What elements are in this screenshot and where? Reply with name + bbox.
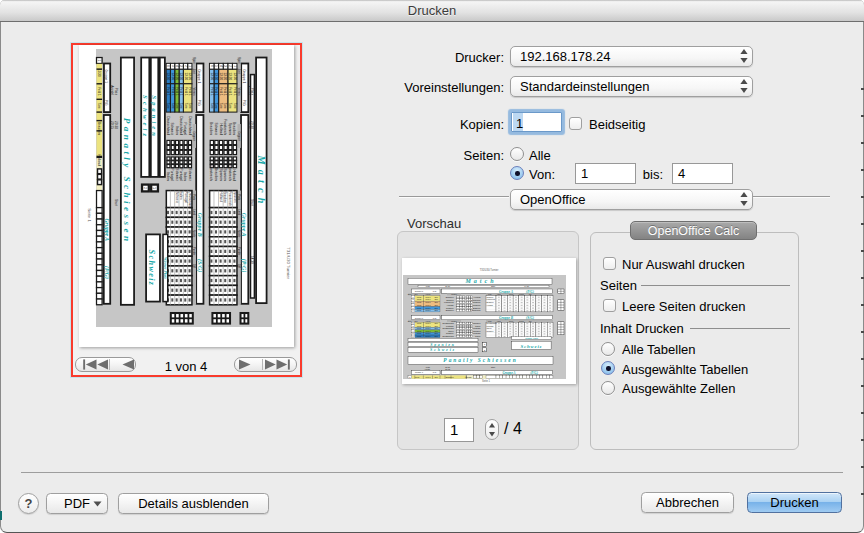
svg-text:Holland: Holland — [487, 304, 493, 306]
svg-text:Deutschland: Deutschland — [166, 116, 170, 135]
svg-text:Holland: Holland — [219, 124, 223, 136]
svg-text:Tore: Tore — [223, 103, 227, 109]
svg-text:Feld 1: Feld 1 — [184, 87, 188, 96]
svg-text:Feld 1: Feld 1 — [425, 301, 430, 303]
svg-text:Tore: Tore — [434, 296, 438, 298]
svg-text:Portugal: Portugal — [183, 123, 187, 136]
svg-text:Feld 1: Feld 1 — [228, 87, 232, 96]
svg-text:Frankreich: Frankreich — [444, 301, 453, 303]
svg-text:Holland: Holland — [447, 304, 454, 306]
svg-text:Spanien: Spanien — [446, 299, 453, 301]
svg-text:5: 5 — [214, 65, 218, 67]
svg-text:14:30: 14:30 — [250, 256, 254, 264]
svg-text:Schweiz: Schweiz — [430, 347, 456, 352]
svg-text:Spanien: Spanien — [487, 296, 494, 298]
svg-text:Holland: Holland — [97, 154, 101, 166]
svg-text:Schweiz: Schweiz — [188, 168, 192, 181]
svg-text:Brasilien: Brasilien — [487, 301, 494, 303]
svg-text:Punkte: Punkte — [519, 293, 524, 295]
svg-text:Tore: Tore — [171, 103, 175, 109]
svg-text:Holland: Holland — [219, 192, 223, 203]
svg-text:Gruppe 1: Gruppe 1 — [415, 317, 424, 319]
svg-text:Gegner: Gegner — [451, 293, 457, 295]
svg-text:13:30: 13:30 — [214, 73, 218, 81]
svg-text:Spanien: Spanien — [473, 301, 480, 303]
svg-text:Brasilien: Brasilien — [223, 192, 227, 204]
svg-text:Tore: Tore — [434, 307, 438, 309]
svg-text:Brasilien: Brasilien — [446, 309, 454, 311]
svg-text:13:30: 13:30 — [97, 69, 101, 77]
svg-text:Brasilien: Brasilien — [232, 122, 236, 135]
svg-text:Start: Start — [114, 199, 118, 206]
svg-text:Italien: Italien — [183, 172, 187, 181]
svg-text:Gegner: Gegner — [237, 131, 241, 141]
svg-text:P/G: P/G — [433, 290, 437, 292]
svg-text:Spanien: Spanien — [151, 96, 158, 139]
svg-text:Feld 1: Feld 1 — [188, 87, 192, 96]
svg-text:Tore: Tore — [175, 103, 179, 109]
svg-text:Feld 1: Feld 1 — [171, 87, 175, 96]
svg-text:Brasilien: Brasilien — [446, 376, 454, 378]
svg-text:13:30: 13:30 — [219, 73, 223, 81]
svg-text:Gegner: Gegner — [192, 131, 196, 141]
svg-text:Spanien: Spanien — [228, 123, 232, 136]
svg-text:(P/G): (P/G) — [526, 290, 534, 294]
svg-text:13:30: 13:30 — [171, 73, 175, 81]
svg-text:Match: Match — [464, 278, 496, 284]
svg-text:Gruppe A: Gruppe A — [104, 219, 110, 242]
svg-text:T31/U30 Turnier: T31/U30 Turnier — [286, 247, 291, 279]
svg-text:Feld 1: Feld 1 — [214, 87, 218, 96]
svg-text:Deutschland: Deutschland — [442, 335, 453, 337]
svg-text:Gruppe 1: Gruppe 1 — [104, 70, 108, 84]
svg-text:13:30: 13:30 — [417, 309, 422, 311]
svg-text:Tore: Tore — [233, 103, 237, 109]
svg-text:Frankreich: Frankreich — [228, 165, 232, 181]
svg-text:Schweiz: Schweiz — [214, 123, 218, 136]
svg-text:Feld 1: Feld 1 — [425, 296, 430, 298]
svg-text:Schweiz: Schweiz — [175, 168, 179, 181]
svg-text:6: 6 — [413, 309, 414, 311]
svg-text:Gruppe A: Gruppe A — [502, 371, 516, 375]
svg-text:Gruppe B: Gruppe B — [197, 213, 203, 237]
svg-text:Platz: Platz — [114, 88, 118, 96]
svg-text:Tore: Tore — [179, 103, 183, 109]
svg-text:20:15: 20:15 — [445, 368, 450, 370]
svg-text:Feld 1: Feld 1 — [210, 87, 214, 96]
svg-text:1: 1 — [413, 296, 414, 298]
svg-text:13:30: 13:30 — [179, 73, 183, 81]
svg-text:Frankreich: Frankreich — [223, 119, 227, 135]
svg-text:Gruppe 1: Gruppe 1 — [197, 69, 201, 83]
svg-text:Zeit: Zeit — [192, 69, 196, 74]
svg-text:Schweiz: Schweiz — [175, 192, 179, 204]
svg-text:T31/U30 Turnier: T31/U30 Turnier — [480, 268, 499, 272]
svg-text:(S/G): (S/G) — [196, 259, 203, 272]
svg-text:Brasilien: Brasilien — [209, 122, 213, 135]
svg-text:Panatly Schiessen: Panatly Schiessen — [122, 118, 132, 245]
svg-text:13:30: 13:30 — [417, 301, 422, 303]
svg-text:Spiel: Spiel — [237, 57, 241, 64]
svg-text:Schweiz: Schweiz — [521, 344, 543, 349]
svg-text:Tore: Tore — [434, 376, 438, 378]
svg-text:P/G: P/G — [433, 317, 437, 319]
svg-text:Tore: Tore — [214, 103, 218, 109]
svg-text:1: 1 — [409, 376, 410, 378]
svg-text:Platz: Platz — [250, 88, 254, 96]
svg-text:Start: Start — [250, 199, 254, 206]
svg-text:Brasilien: Brasilien — [446, 296, 454, 298]
svg-text:Spiel: Spiel — [408, 320, 412, 322]
svg-text:Gruppe 1: Gruppe 1 — [415, 371, 423, 373]
svg-text:Tore: Tore — [434, 309, 438, 311]
svg-text:P/G: P/G — [197, 100, 201, 106]
svg-text:Portugal: Portugal — [179, 168, 183, 181]
svg-text:Spanien: Spanien — [233, 192, 237, 204]
svg-text:3: 3 — [179, 65, 183, 67]
svg-text:Spanien: Spanien — [219, 169, 223, 182]
svg-text:2: 2 — [228, 65, 232, 67]
svg-text:14:30: 14:30 — [524, 285, 529, 287]
svg-text:Frankreich: Frankreich — [471, 309, 480, 311]
svg-text:Schweiz: Schweiz — [142, 95, 149, 139]
svg-text:4: 4 — [413, 304, 414, 306]
svg-text:Verein: Verein — [237, 88, 241, 97]
svg-text:Italien: Italien — [475, 335, 480, 337]
svg-text:Spiele: Spiele — [509, 321, 514, 322]
